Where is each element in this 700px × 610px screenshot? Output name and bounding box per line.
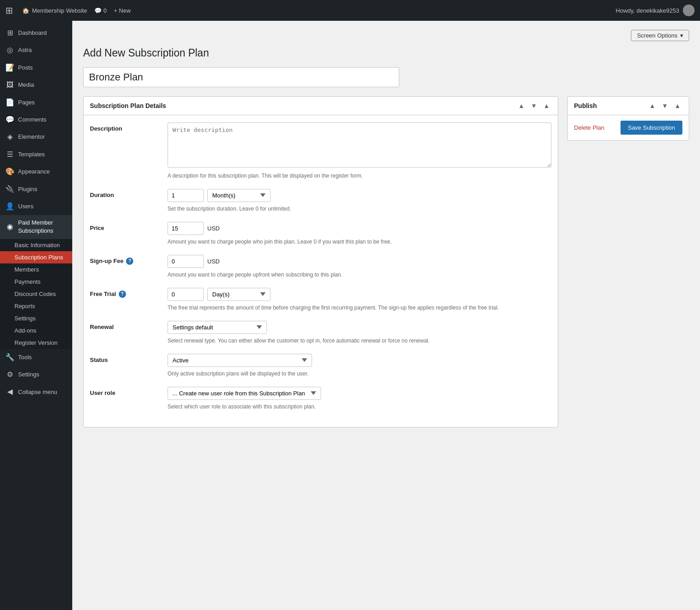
avatar [683,5,695,16]
publish-collapse-down-button[interactable]: ▼ [660,101,670,110]
duration-unit-select[interactable]: Month(s) Day(s) Week(s) Year(s) [207,189,271,202]
admin-bar: ⊞ 🏠 Membership Website 💬 0 + New Howdy, … [0,0,700,21]
sidebar-item-subscription-plans[interactable]: Subscription Plans [0,251,72,263]
media-icon: 🖼 [5,80,14,90]
sidebar-item-tools[interactable]: 🔧 Tools [0,349,72,366]
free-trial-hint: The free trial represents the amount of … [168,304,551,312]
renewal-field: Settings default Customer opt-in Force a… [168,321,551,345]
publish-collapse-up-button[interactable]: ▲ [647,101,657,110]
delete-plan-link[interactable]: Delete Plan [574,124,604,131]
free-trial-unit-select[interactable]: Day(s) Week(s) Month(s) [207,288,271,301]
price-number-input[interactable] [168,222,204,235]
duration-row: Duration Month(s) Day(s) Week(s) Year(s) [90,189,551,213]
user-role-select[interactable]: ... Create new user role from this Subsc… [168,387,321,400]
sidebar-item-members[interactable]: Members [0,263,72,276]
publish-metabox-controls: ▲ ▼ ▲ [647,101,682,110]
status-label: Status [90,354,162,363]
metabox-controls: ▲ ▼ ▲ [516,101,551,110]
sidebar-item-settings-sub[interactable]: Settings [0,312,72,324]
free-trial-label: Free Trial ? [90,288,162,298]
sidebar-item-collapse[interactable]: ◀ Collapse menu [0,383,72,400]
sidebar-item-payments[interactable]: Payments [0,276,72,288]
renewal-label: Renewal [90,321,162,330]
editor-layout: Subscription Plan Details ▲ ▼ ▲ Descript… [83,96,689,435]
editor-sidebar: Publish ▲ ▼ ▲ Delete Plan Save Subscript… [567,96,689,148]
signup-fee-field: USD Amount you want to charge people upf… [168,255,551,279]
main-layout: ⊞ Dashboard ◎ Astra 📝 Posts 🖼 Media 📄 Pa… [0,21,700,610]
collapse-icon: ◀ [5,387,14,397]
publish-metabox-header: Publish ▲ ▼ ▲ [568,97,689,115]
publish-metabox-body: Delete Plan Save Subscription [568,115,689,140]
comments-bar-icon[interactable]: 💬 0 [94,7,107,14]
publish-toggle-button[interactable]: ▲ [672,101,682,110]
save-subscription-button[interactable]: Save Subscription [621,121,682,135]
sidebar-item-pages[interactable]: 📄 Pages [0,94,72,111]
renewal-select[interactable]: Settings default Customer opt-in Force a… [168,321,267,334]
price-row: Price USD Amount you want to charge peop… [90,222,551,246]
screen-options-bar: Screen Options ▾ [83,30,689,41]
status-hint: Only active subscription plans will be d… [168,370,551,378]
sidebar-item-paid-member[interactable]: ◉ Paid Member Subscriptions [0,215,72,239]
settings-icon: ⚙ [5,370,14,380]
sidebar-item-add-ons[interactable]: Add-ons [0,324,72,337]
duration-hint: Set the subscription duration. Leave 0 f… [168,205,551,213]
sidebar-item-register-version[interactable]: Register Version [0,337,72,349]
sidebar-item-appearance[interactable]: 🎨 Appearance [0,163,72,180]
appearance-icon: 🎨 [5,167,14,177]
status-select[interactable]: Active Inactive [168,354,312,367]
sidebar-item-users[interactable]: 👤 Users [0,198,72,215]
status-row: Status Active Inactive Only active subsc… [90,354,551,378]
sidebar-item-media[interactable]: 🖼 Media [0,76,72,94]
signup-fee-currency-label: USD [207,258,219,265]
wp-logo-icon: ⊞ [5,5,13,16]
duration-label: Duration [90,189,162,198]
status-field: Active Inactive Only active subscription… [168,354,551,378]
description-hint: A description for this subscription plan… [168,172,551,180]
tools-icon: 🔧 [5,352,14,362]
metabox-collapse-up-button[interactable]: ▲ [516,101,526,110]
renewal-hint: Select renewal type. You can either allo… [168,337,551,345]
price-hint: Amount you want to charge people who joi… [168,238,551,246]
duration-number-input[interactable] [168,189,204,202]
sidebar-item-comments[interactable]: 💬 Comments [0,111,72,128]
sidebar-item-elementor[interactable]: ◈ Elementor [0,128,72,145]
metabox-collapse-down-button[interactable]: ▼ [529,101,539,110]
plan-title-input[interactable] [83,67,399,87]
signup-fee-help-icon[interactable]: ? [126,258,133,265]
metabox-toggle-button[interactable]: ▲ [541,101,551,110]
page-title: Add New Subscription Plan [83,47,689,60]
price-label: Price [90,222,162,231]
sidebar-item-reports[interactable]: Reports [0,300,72,312]
sidebar-item-basic-info[interactable]: Basic Information [0,239,72,251]
description-label: Description [90,122,162,132]
free-trial-help-icon[interactable]: ? [119,291,126,298]
duration-field: Month(s) Day(s) Week(s) Year(s) Set the … [168,189,551,213]
price-field: USD Amount you want to charge people who… [168,222,551,246]
sidebar-item-dashboard[interactable]: ⊞ Dashboard [0,24,72,42]
paid-member-icon: ◉ [5,222,14,232]
sidebar-item-posts[interactable]: 📝 Posts [0,59,72,76]
sidebar-item-astra[interactable]: ◎ Astra [0,42,72,59]
sidebar-item-templates[interactable]: ☰ Templates [0,146,72,163]
users-icon: 👤 [5,202,14,211]
metabox-header: Subscription Plan Details ▲ ▼ ▲ [84,97,558,115]
editor-main: Subscription Plan Details ▲ ▼ ▲ Descript… [83,96,558,435]
site-name[interactable]: 🏠 Membership Website [22,7,87,14]
metabox-body: Description A description for this subsc… [84,115,558,427]
elementor-icon: ◈ [5,132,14,142]
free-trial-number-input[interactable] [168,288,204,301]
sidebar-item-plugins[interactable]: 🔌 Plugins [0,181,72,198]
content-area: Screen Options ▾ Add New Subscription Pl… [72,21,700,610]
new-button[interactable]: + New [114,7,131,14]
posts-icon: 📝 [5,63,14,73]
signup-fee-input[interactable] [168,255,204,268]
description-row: Description A description for this subsc… [90,122,551,180]
sidebar-item-discount-codes[interactable]: Discount Codes [0,288,72,300]
signup-fee-hint: Amount you want to charge people upfront… [168,271,551,279]
description-field: A description for this subscription plan… [168,122,551,180]
description-textarea[interactable] [168,122,551,168]
user-role-label: User role [90,387,162,396]
screen-options-button[interactable]: Screen Options ▾ [631,30,689,41]
subscription-plan-details-metabox: Subscription Plan Details ▲ ▼ ▲ Descript… [83,96,558,427]
sidebar-item-settings[interactable]: ⚙ Settings [0,366,72,383]
